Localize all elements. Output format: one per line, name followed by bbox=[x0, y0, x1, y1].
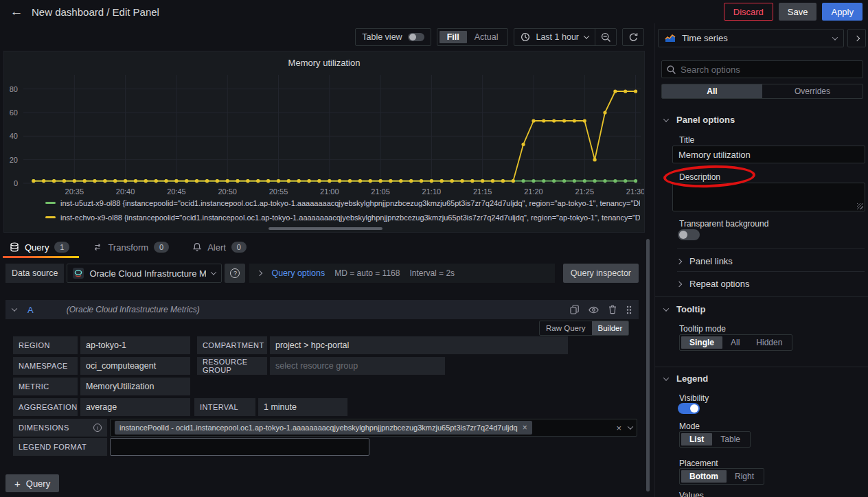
panel-description-textarea[interactable] bbox=[672, 183, 865, 211]
repeat-options-section[interactable]: Repeat options bbox=[677, 279, 749, 289]
datasource-help-button[interactable]: ? bbox=[225, 264, 245, 283]
interval-text: Interval = 2s bbox=[409, 268, 455, 278]
legend-format-input[interactable] bbox=[110, 438, 369, 456]
aggregation-label: AGGREGATION bbox=[13, 398, 78, 416]
save-button[interactable]: Save bbox=[779, 3, 817, 21]
datasource-select[interactable]: Oracle Cloud Infrastructure Metrics bbox=[67, 264, 222, 283]
region-select[interactable]: ap-tokyo-1 bbox=[80, 336, 190, 354]
panel-options-header[interactable]: Panel options bbox=[664, 115, 735, 125]
form-row-metric: METRIC MemoryUtilization bbox=[13, 378, 190, 395]
filter-tab-all[interactable]: All bbox=[662, 84, 762, 98]
tooltip-section-header[interactable]: Tooltip bbox=[664, 304, 705, 314]
chevron-right-icon bbox=[676, 258, 682, 264]
placement-bottom-option[interactable]: Bottom bbox=[681, 470, 727, 483]
legend-item[interactable]: inst-echvo-x9-ol88 {instancepoolid="ocid… bbox=[45, 211, 640, 223]
tab-label: Transform bbox=[108, 242, 148, 253]
time-series-viz-icon bbox=[665, 34, 676, 43]
series-color-dash bbox=[45, 216, 56, 218]
query-inspector-button[interactable]: Query inspector bbox=[563, 264, 639, 283]
query-options-link[interactable]: Query options bbox=[271, 268, 325, 278]
tooltip-mode-label: Tooltip mode bbox=[679, 324, 726, 334]
transparent-bg-toggle[interactable] bbox=[678, 229, 700, 240]
refresh-icon[interactable] bbox=[623, 29, 643, 45]
zoom-out-icon[interactable] bbox=[595, 29, 616, 45]
editor-scrollbar-vertical[interactable] bbox=[646, 239, 650, 492]
chevron-right-icon bbox=[676, 281, 682, 286]
drag-handle-icon[interactable] bbox=[626, 305, 632, 314]
tab-query[interactable]: Query 1 bbox=[10, 238, 69, 257]
duplicate-query-icon[interactable] bbox=[570, 305, 579, 314]
collapse-chevron-icon[interactable] bbox=[12, 305, 17, 311]
tooltip-single-option[interactable]: Single bbox=[681, 336, 722, 349]
svg-text:20:45: 20:45 bbox=[167, 187, 186, 196]
legend-mode-switch: List Table bbox=[679, 431, 751, 448]
visualization-select[interactable]: Time series bbox=[658, 29, 844, 47]
chevron-down-icon bbox=[628, 424, 633, 429]
placement-right-option[interactable]: Right bbox=[727, 470, 762, 483]
chevron-down-icon bbox=[832, 34, 838, 40]
legend-section-header[interactable]: Legend bbox=[664, 373, 708, 384]
tab-transform[interactable]: Transform 0 bbox=[93, 238, 169, 257]
panel-title-input[interactable] bbox=[672, 146, 865, 163]
clear-all-icon[interactable]: × bbox=[616, 423, 621, 433]
tooltip-all-option[interactable]: All bbox=[722, 336, 748, 349]
resource-group-select[interactable]: select resource group bbox=[270, 357, 445, 375]
namespace-select[interactable]: oci_computeagent bbox=[80, 357, 190, 375]
actual-option[interactable]: Actual bbox=[467, 31, 506, 43]
compartment-select[interactable]: project > hpc-portal bbox=[270, 336, 568, 354]
raw-query-option[interactable]: Raw Query bbox=[540, 321, 592, 335]
apply-button[interactable]: Apply bbox=[822, 3, 863, 21]
raw-query-builder-switch: Raw Query Builder bbox=[539, 321, 629, 336]
form-row-legend-format: LEGEND FORMAT bbox=[13, 438, 369, 456]
legend-format-label: LEGEND FORMAT bbox=[13, 438, 107, 456]
legend-scrollbar-horizontal[interactable] bbox=[269, 227, 382, 230]
svg-text:40: 40 bbox=[10, 132, 18, 140]
query-ref-id: A bbox=[27, 305, 34, 315]
chart-legend: inst-u5uzt-x9-ol88 {instancepoolid="ocid… bbox=[45, 197, 640, 226]
tab-label: Query bbox=[25, 242, 49, 253]
back-arrow-icon[interactable]: ← bbox=[7, 2, 26, 21]
resize-grip-icon[interactable] bbox=[857, 203, 863, 209]
dimensions-multiselect[interactable]: instancePoolId - ocid1.instancepool.oc1.… bbox=[110, 419, 637, 437]
form-row-region: REGION ap-tokyo-1 COMPARTMENT project > … bbox=[13, 336, 568, 354]
tab-count-badge: 0 bbox=[154, 242, 169, 253]
options-sidebar: Time series All Overrides Panel options … bbox=[654, 23, 868, 497]
delete-query-trash-icon[interactable] bbox=[608, 305, 617, 314]
options-filter-tabs: All Overrides bbox=[661, 84, 863, 99]
svg-text:60: 60 bbox=[10, 108, 18, 117]
options-search-input[interactable] bbox=[681, 65, 858, 75]
top-bar: ← New dashboard / Edit Panel Discard Sav… bbox=[0, 0, 868, 23]
hide-query-eye-icon[interactable] bbox=[589, 306, 599, 314]
tab-label: Alert bbox=[207, 242, 226, 253]
options-search[interactable] bbox=[661, 60, 863, 78]
legend-list-option[interactable]: List bbox=[681, 433, 712, 446]
legend-series-name[interactable]: inst-u5uzt-x9-ol88 {instancepoolid="ocid… bbox=[60, 199, 640, 207]
time-range-picker[interactable]: Last 1 hour bbox=[514, 32, 595, 42]
svg-text:21:25: 21:25 bbox=[575, 187, 595, 196]
time-range-label: Last 1 hour bbox=[536, 32, 579, 42]
discard-button[interactable]: Discard bbox=[724, 3, 773, 21]
remove-tag-icon[interactable]: × bbox=[523, 423, 527, 432]
builder-option[interactable]: Builder bbox=[592, 321, 629, 335]
tab-alert[interactable]: Alert 0 bbox=[192, 238, 247, 257]
panel-links-section[interactable]: Panel links bbox=[677, 256, 733, 266]
interval-select[interactable]: 1 minute bbox=[258, 398, 347, 416]
legend-table-option[interactable]: Table bbox=[712, 433, 749, 446]
query-row-header[interactable]: A (Oracle Cloud Infrastructure Metrics) bbox=[5, 300, 639, 319]
table-view-toggle[interactable] bbox=[408, 33, 424, 41]
tooltip-hidden-option[interactable]: Hidden bbox=[748, 336, 790, 349]
legend-series-name[interactable]: inst-echvo-x9-ol88 {instancepoolid="ocid… bbox=[60, 213, 640, 222]
transparent-bg-label: Transparent background bbox=[679, 219, 768, 229]
filter-tab-overrides[interactable]: Overrides bbox=[762, 84, 863, 98]
metric-select[interactable]: MemoryUtilization bbox=[80, 378, 190, 395]
aggregation-select[interactable]: average bbox=[80, 398, 190, 416]
legend-visibility-toggle[interactable] bbox=[678, 403, 700, 414]
toggle-options-pane-button[interactable] bbox=[847, 29, 866, 47]
time-series-chart[interactable]: 02040608020:3520:4020:4520:5020:5521:002… bbox=[4, 69, 645, 197]
add-query-button[interactable]: + Query bbox=[5, 474, 59, 492]
fill-option[interactable]: Fill bbox=[439, 31, 467, 43]
query-options-bar: Query options MD = auto = 1168 Interval … bbox=[249, 264, 555, 283]
compartment-label: COMPARTMENT bbox=[197, 336, 267, 354]
dimensions-label: DIMENSIONS i bbox=[13, 419, 107, 437]
legend-item[interactable]: inst-u5uzt-x9-ol88 {instancepoolid="ocid… bbox=[45, 197, 640, 209]
